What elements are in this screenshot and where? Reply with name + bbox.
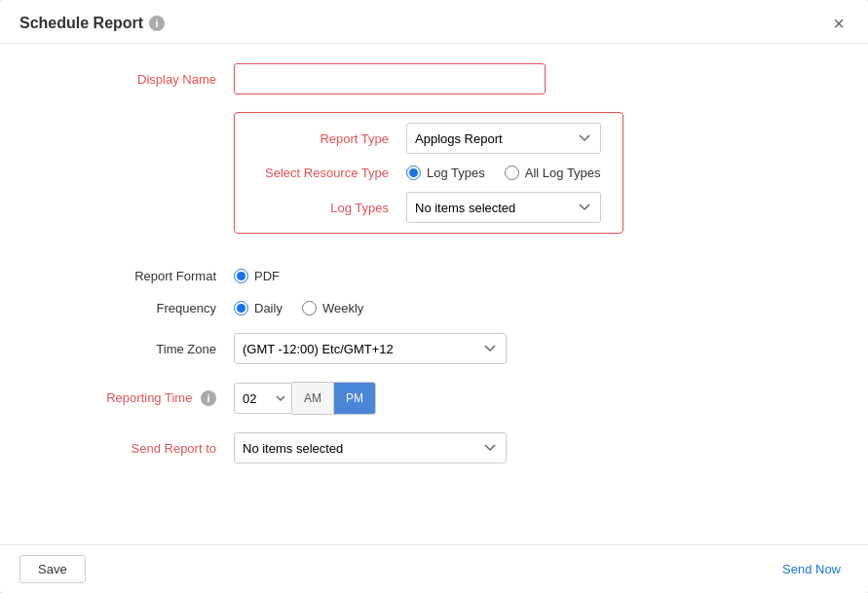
am-button[interactable]: AM — [292, 383, 333, 414]
send-report-row: Send Report to No items selected — [39, 432, 829, 463]
timezone-select[interactable]: (GMT -12:00) Etc/GMT+12 — [234, 333, 507, 364]
all-log-types-label: All Log Types — [525, 166, 601, 180]
frequency-row: Frequency Daily Weekly — [39, 301, 829, 315]
schedule-report-modal: Schedule Report i × Display Name Report … — [0, 0, 868, 593]
timezone-label: Time Zone — [39, 342, 234, 356]
log-types-radio[interactable] — [406, 166, 421, 180]
pdf-label: PDF — [254, 269, 280, 283]
time-row: 02 AM PM — [234, 382, 829, 415]
send-report-select[interactable]: No items selected — [234, 432, 507, 463]
log-types-wrap: No items selected — [406, 192, 607, 223]
report-format-row: Report Format PDF — [39, 269, 829, 283]
timezone-wrap: (GMT -12:00) Etc/GMT+12 — [234, 333, 829, 364]
send-report-wrap: No items selected — [234, 432, 829, 463]
reporting-time-wrap: 02 AM PM — [234, 382, 829, 415]
ampm-group: AM PM — [292, 382, 376, 415]
daily-label: Daily — [254, 301, 283, 315]
pm-button[interactable]: PM — [333, 383, 375, 414]
frequency-label: Frequency — [39, 301, 234, 315]
weekly-radio[interactable] — [302, 301, 317, 315]
weekly-radio-item[interactable]: Weekly — [302, 301, 363, 315]
modal-title: Schedule Report i — [19, 15, 165, 32]
weekly-label: Weekly — [322, 301, 363, 315]
hour-select[interactable]: 02 — [234, 383, 292, 414]
display-name-row: Display Name — [39, 63, 829, 94]
display-name-input[interactable] — [234, 63, 546, 94]
report-type-label: Report Type — [250, 131, 406, 146]
daily-radio-item[interactable]: Daily — [234, 301, 283, 315]
timezone-row: Time Zone (GMT -12:00) Etc/GMT+12 — [39, 333, 829, 364]
report-type-wrap: Applogs Report — [406, 123, 607, 154]
display-name-wrap — [234, 63, 829, 94]
pdf-radio-item[interactable]: PDF — [234, 269, 280, 283]
close-button[interactable]: × — [829, 14, 849, 33]
select-resource-row: Select Resource Type Log Types All Log T… — [250, 166, 607, 180]
send-now-button[interactable]: Send Now — [774, 556, 849, 582]
resource-type-wrap: Log Types All Log Types — [406, 166, 607, 180]
frequency-wrap: Daily Weekly — [234, 301, 829, 315]
reporting-time-info-icon[interactable]: i — [201, 390, 216, 406]
log-types-row: Log Types No items selected — [250, 192, 607, 223]
title-info-icon[interactable]: i — [149, 16, 165, 31]
log-types-select[interactable]: No items selected — [406, 192, 601, 223]
daily-radio[interactable] — [234, 301, 248, 315]
log-types-label: Log Types — [427, 166, 485, 180]
save-button[interactable]: Save — [19, 555, 86, 583]
reporting-time-row: Reporting Time i 02 AM PM — [39, 382, 829, 415]
reporting-time-label: Reporting Time i — [39, 390, 234, 406]
frequency-radio-group: Daily Weekly — [234, 301, 829, 315]
modal-header: Schedule Report i × — [0, 0, 868, 44]
modal-footer: Save Send Now — [0, 544, 868, 593]
pdf-radio[interactable] — [234, 269, 248, 283]
modal-title-text: Schedule Report — [19, 15, 143, 32]
log-types-radio-item[interactable]: Log Types — [406, 166, 485, 180]
report-type-select[interactable]: Applogs Report — [406, 123, 601, 154]
display-name-label: Display Name — [39, 72, 234, 87]
report-type-row: Report Type Applogs Report — [250, 123, 607, 154]
all-log-types-radio-item[interactable]: All Log Types — [505, 166, 601, 180]
report-section-box: Report Type Applogs Report Select Resour… — [234, 112, 623, 234]
select-resource-label: Select Resource Type — [250, 166, 406, 180]
all-log-types-radio[interactable] — [505, 166, 519, 180]
report-format-radio-group: PDF — [234, 269, 829, 283]
resource-type-radio-group: Log Types All Log Types — [406, 166, 607, 180]
send-report-label: Send Report to — [39, 441, 234, 456]
report-format-wrap: PDF — [234, 269, 829, 283]
modal-body: Display Name Report Type Applogs Report — [0, 44, 868, 544]
log-types-label-field: Log Types — [250, 201, 406, 215]
report-format-label: Report Format — [39, 269, 234, 283]
